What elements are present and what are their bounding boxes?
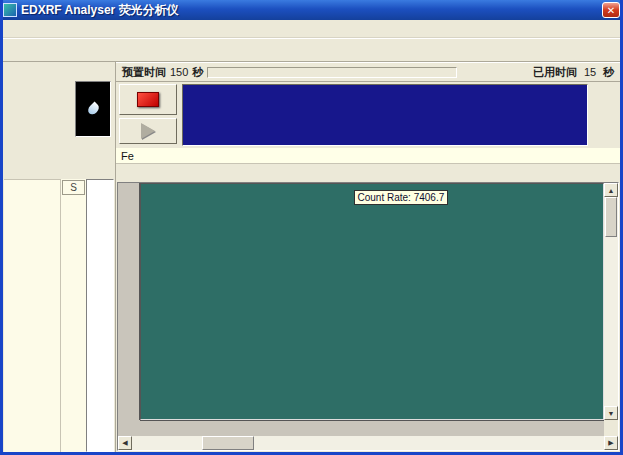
element-header-cell[interactable]: S: [62, 180, 85, 195]
count-rate-label: Count Rate: 7406.7: [354, 190, 449, 205]
scroll-left-arrow[interactable]: ◀: [118, 436, 132, 450]
element-lines-panel: S: [4, 179, 114, 452]
preset-time-label: 预置时间: [122, 65, 166, 80]
vertical-scroll-thumb[interactable]: [605, 197, 617, 237]
time-bar: 预置时间 150 秒 已用时间 15 秒: [116, 62, 620, 82]
element-strip-label: Fe: [121, 150, 134, 162]
stop-button[interactable]: [119, 84, 177, 115]
spectrum-chart-frame: Count Rate: 7406.7 ▲ ▼ ◀: [117, 182, 619, 451]
horizontal-scroll-thumb[interactable]: [202, 436, 254, 450]
play-icon: [141, 123, 155, 139]
toolbar: [3, 38, 620, 62]
sample-indicator: [75, 81, 111, 137]
scroll-up-arrow[interactable]: ▲: [604, 183, 618, 197]
preset-time-unit: 秒: [192, 65, 203, 80]
close-button[interactable]: ✕: [602, 2, 620, 18]
element-column: S: [60, 179, 86, 452]
window-title: EDXRF Analyser 荧光分析仪: [21, 2, 179, 19]
elapsed-time-label: 已用时间: [533, 65, 577, 80]
scroll-down-arrow[interactable]: ▼: [604, 406, 618, 420]
lines-list-panel[interactable]: [86, 179, 114, 452]
app-icon: [3, 3, 17, 17]
elapsed-time-value: 15: [581, 66, 599, 78]
x-axis-ruler: [140, 420, 604, 436]
horizontal-scrollbar[interactable]: ◀ ▶: [118, 436, 618, 450]
ruler-corner: [118, 420, 140, 436]
start-button[interactable]: [119, 118, 177, 144]
spectrum-preview[interactable]: [182, 84, 588, 146]
ruler-corner-right: [604, 420, 618, 436]
preset-time-value: 150: [170, 66, 188, 78]
left-panel: S: [3, 62, 116, 452]
menu-bar: [3, 20, 620, 38]
title-bar[interactable]: EDXRF Analyser 荧光分析仪 ✕: [0, 0, 623, 20]
elapsed-time-unit: 秒: [603, 65, 614, 80]
spectrum-plot[interactable]: Count Rate: 7406.7: [140, 183, 604, 420]
measure-progress-bar: [207, 67, 457, 78]
app-window: EDXRF Analyser 荧光分析仪 ✕ S: [0, 0, 623, 455]
y-axis-ruler: [118, 183, 140, 420]
vertical-scrollbar[interactable]: ▲ ▼: [604, 183, 618, 420]
scroll-right-arrow[interactable]: ▶: [604, 436, 618, 450]
stop-icon: [137, 92, 159, 107]
element-strip[interactable]: Fe: [116, 148, 620, 164]
droplet-icon: [86, 102, 101, 117]
